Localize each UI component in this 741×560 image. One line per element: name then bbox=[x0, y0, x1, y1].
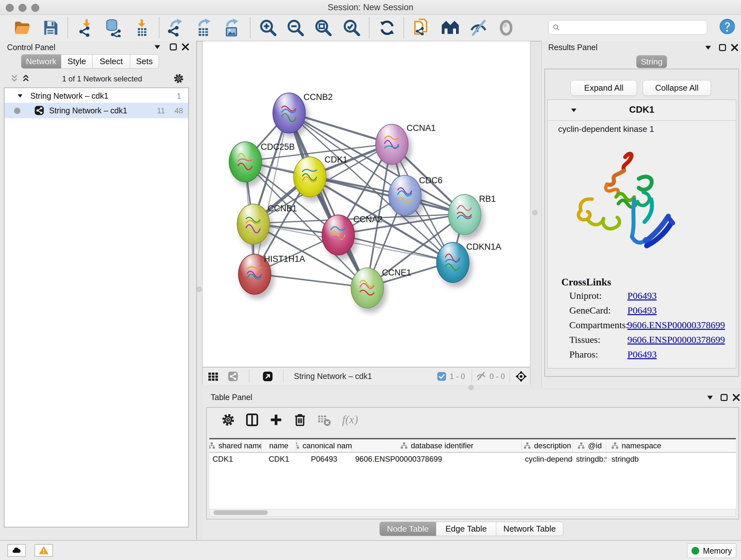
float-panel-icon[interactable] bbox=[169, 42, 178, 52]
import-network-database-icon[interactable] bbox=[104, 18, 123, 37]
network-canvas[interactable]: CCNB2CCNA1CDC25BCDK1CDC6RB1CCNB1CCNA2CDK… bbox=[203, 41, 530, 367]
network-overview-icon[interactable] bbox=[207, 371, 219, 382]
network-node-cdc6[interactable] bbox=[388, 175, 421, 216]
column-header[interactable]: namespace bbox=[622, 441, 661, 450]
column-header[interactable]: name bbox=[269, 441, 288, 450]
tab-select[interactable]: Select bbox=[92, 54, 130, 69]
results-panel-title: Results Panel bbox=[548, 43, 597, 52]
network-node-ccna1[interactable] bbox=[375, 124, 408, 165]
cell-database-identifier: 9606.ENSP00000378699 bbox=[352, 453, 522, 465]
expand-all-networks-icon[interactable] bbox=[21, 74, 30, 83]
network-options-gear-icon[interactable] bbox=[173, 73, 185, 84]
warning-button[interactable] bbox=[35, 544, 53, 557]
search-input[interactable] bbox=[563, 22, 705, 33]
float-panel-icon[interactable] bbox=[718, 43, 727, 52]
network-node-ccne1[interactable] bbox=[351, 267, 384, 308]
crosslink-row: Pharos: P06493 bbox=[569, 349, 729, 360]
horizontal-scrollbar[interactable] bbox=[209, 509, 736, 516]
vertical-splitter-handle[interactable] bbox=[197, 287, 202, 292]
selected-checkbox-icon[interactable] bbox=[437, 372, 447, 381]
zoom-in-icon[interactable] bbox=[259, 18, 277, 37]
export-table-icon[interactable] bbox=[194, 18, 212, 37]
network-node-rb1[interactable] bbox=[448, 194, 481, 235]
cdk1-entry-header[interactable]: CDK1 bbox=[548, 100, 736, 121]
gene-name: CDK1 bbox=[548, 105, 736, 115]
crosslink-link[interactable]: P06493 bbox=[627, 290, 657, 301]
network-type-icon[interactable] bbox=[227, 371, 239, 382]
memory-button[interactable]: Memory bbox=[687, 543, 736, 558]
birds-eye-view-icon[interactable] bbox=[515, 370, 528, 383]
tab-style[interactable]: Style bbox=[61, 54, 92, 69]
close-panel-icon[interactable] bbox=[181, 42, 190, 52]
toolbar-separator bbox=[250, 17, 251, 38]
toolbar-separator bbox=[403, 17, 404, 38]
close-panel-icon[interactable] bbox=[731, 393, 741, 402]
function-builder-icon: f(x) bbox=[342, 413, 358, 426]
column-header[interactable]: description bbox=[534, 441, 571, 450]
crosslink-link[interactable]: 9606.ENSP00000378699 bbox=[627, 320, 725, 330]
zoom-selected-icon[interactable] bbox=[342, 18, 361, 37]
help-button[interactable] bbox=[719, 18, 735, 35]
network-node-ccnb1[interactable] bbox=[237, 204, 270, 245]
save-session-icon[interactable] bbox=[41, 18, 60, 37]
crosslink-link[interactable]: P06493 bbox=[627, 305, 657, 316]
tab-edge-table[interactable]: Edge Table bbox=[436, 522, 496, 536]
column-header[interactable]: canonical name bbox=[302, 441, 352, 450]
column-type-icon bbox=[523, 442, 531, 450]
table-header-row: shared name name canonical name database… bbox=[209, 439, 736, 453]
memory-label: Memory bbox=[703, 546, 732, 556]
panel-menu-icon[interactable] bbox=[704, 44, 712, 52]
apply-layout-icon[interactable] bbox=[378, 18, 396, 37]
panel-menu-icon[interactable] bbox=[706, 393, 714, 401]
export-image-icon[interactable] bbox=[222, 18, 240, 37]
tab-network[interactable]: Network bbox=[21, 54, 61, 69]
hidden-eye-icon[interactable] bbox=[475, 371, 486, 381]
table-row[interactable]: CDK1 CDK1 P06493 9606.ENSP00000378699 cy… bbox=[209, 453, 736, 465]
network-node-ccna2[interactable] bbox=[322, 214, 355, 255]
cell-shared-name: CDK1 bbox=[209, 453, 262, 465]
horizontal-splitter-handle[interactable] bbox=[468, 385, 474, 390]
table-options-gear-icon[interactable] bbox=[221, 413, 235, 427]
network-collection-row[interactable]: String Network – cdk1 1 bbox=[4, 89, 188, 103]
network-collection-label: String Network – cdk1 bbox=[30, 91, 109, 101]
close-panel-icon[interactable] bbox=[730, 43, 739, 52]
crosslink-link[interactable]: 9606.ENSP00000378699 bbox=[627, 334, 725, 345]
tab-node-table[interactable]: Node Table bbox=[380, 522, 436, 536]
first-neighbors-icon[interactable] bbox=[441, 18, 460, 37]
collapse-all-button[interactable]: Collapse All bbox=[643, 80, 711, 96]
add-column-icon[interactable] bbox=[269, 413, 283, 427]
new-network-from-selection-icon[interactable] bbox=[413, 18, 431, 37]
collapse-all-networks-icon[interactable] bbox=[10, 74, 19, 83]
hide-selected-icon[interactable] bbox=[469, 18, 488, 37]
vertical-splitter-handle[interactable] bbox=[532, 210, 537, 215]
scrollbar-thumb[interactable] bbox=[213, 510, 268, 515]
network-node-cdk1[interactable] bbox=[293, 157, 327, 197]
tab-string[interactable]: String bbox=[636, 55, 667, 68]
cloud-button[interactable] bbox=[7, 544, 26, 557]
network-node-cdkn1a[interactable] bbox=[436, 242, 469, 283]
crosslink-link[interactable]: P06493 bbox=[627, 349, 657, 360]
zoom-fit-icon[interactable] bbox=[314, 18, 333, 37]
tab-sets[interactable]: Sets bbox=[130, 54, 159, 69]
column-header[interactable]: database identifier bbox=[411, 441, 473, 450]
network-row[interactable]: String Network – cdk1 11 48 bbox=[4, 103, 188, 118]
tab-network-table[interactable]: Network Table bbox=[496, 522, 563, 536]
open-file-icon[interactable] bbox=[13, 18, 31, 37]
detach-view-icon[interactable] bbox=[262, 371, 273, 382]
delete-column-icon[interactable] bbox=[293, 413, 307, 427]
import-table-icon[interactable] bbox=[132, 18, 151, 37]
tree-expander-icon[interactable] bbox=[17, 92, 23, 99]
network-node-ccnb2[interactable] bbox=[273, 92, 306, 133]
expand-all-button[interactable]: Expand All bbox=[570, 80, 637, 96]
panel-menu-icon[interactable] bbox=[153, 43, 161, 51]
column-header[interactable]: shared name bbox=[218, 441, 262, 450]
show-all-icon[interactable] bbox=[497, 18, 515, 37]
show-columns-icon[interactable] bbox=[245, 413, 259, 427]
network-edge[interactable] bbox=[254, 112, 288, 273]
network-node-cdc25b[interactable] bbox=[229, 141, 262, 182]
zoom-out-icon[interactable] bbox=[286, 18, 305, 37]
float-panel-icon[interactable] bbox=[719, 393, 729, 402]
import-network-file-icon[interactable] bbox=[77, 18, 96, 37]
column-header[interactable]: @id bbox=[588, 441, 602, 450]
export-network-icon[interactable] bbox=[166, 18, 185, 37]
